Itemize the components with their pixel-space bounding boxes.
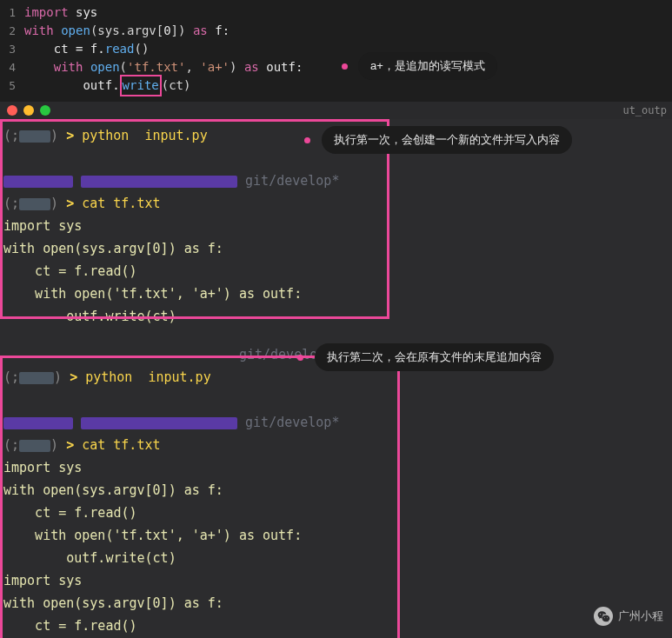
- line-number: 1: [0, 3, 16, 22]
- wechat-label: 广州小程: [618, 608, 663, 624]
- output-line: with open(sys.argv[0]) as f:: [0, 479, 672, 502]
- git-status-line: git/develop*: [0, 169, 672, 192]
- line-number: 2: [0, 22, 16, 40]
- annotation-bullet-1: [342, 63, 348, 70]
- git-status-line: git/develop*: [0, 411, 672, 434]
- output-line: import sys: [0, 215, 672, 237]
- output-line: with open(sys.argv[0]) as f:: [0, 237, 672, 260]
- prompt-line[interactable]: (;) > cat tf.txt: [0, 434, 672, 456]
- maximize-icon[interactable]: [40, 105, 50, 116]
- highlighted-method: write: [120, 75, 162, 96]
- window-title-fragment: ut_outp: [622, 104, 667, 116]
- annotation-second-run: 执行第二次，会在原有文件的末尾追加内容: [315, 343, 554, 371]
- code-content: with open(sys.argv[0]) as f:: [24, 22, 230, 40]
- annotation-first-run: 执行第一次，会创建一个新的文件并写入内容: [322, 126, 572, 154]
- annotation-append-mode: a+，是追加的读写模式: [358, 52, 497, 80]
- wechat-icon: [594, 607, 613, 626]
- output-line: with open(sys.argv[0]) as f:: [0, 592, 672, 615]
- window-titlebar: ut_outp: [0, 102, 672, 119]
- wechat-watermark: 广州小程: [594, 607, 663, 626]
- code-line[interactable]: 2with open(sys.argv[0]) as f:: [0, 22, 672, 40]
- output-line: import sys: [0, 569, 672, 592]
- output-line: with open('tf.txt', 'a+') as outf:: [0, 282, 672, 305]
- output-line: outf.write(ct): [0, 547, 672, 569]
- blank-line: [0, 389, 672, 411]
- line-number: 3: [0, 40, 16, 58]
- output-line: import sys: [0, 456, 672, 479]
- minimize-icon[interactable]: [23, 105, 34, 116]
- output-line: ct = f.read(): [0, 615, 672, 637]
- code-line[interactable]: 4 with open('tf.txt', 'a+') as outf:: [0, 58, 672, 76]
- output-line: ct = f.read(): [0, 502, 672, 524]
- code-line[interactable]: 5 outf.write(ct): [0, 76, 672, 95]
- annotation-bullet-3: [297, 355, 303, 361]
- code-content: outf.write(ct): [24, 76, 190, 95]
- code-content: ct = f.read(): [24, 40, 149, 58]
- annotation-bullet-2: [304, 137, 310, 143]
- output-line: outf.write(ct): [0, 305, 672, 328]
- output-line: with open('tf.txt', 'a+') as outf:: [0, 524, 672, 547]
- close-icon[interactable]: [7, 105, 17, 116]
- code-content: import sys: [24, 3, 97, 22]
- terminal-block-2: git/develop*(;) > python input.py git/de…: [0, 338, 672, 638]
- output-line: ct = f.read(): [0, 260, 672, 282]
- line-number: 4: [0, 58, 16, 76]
- code-line[interactable]: 1import sys: [0, 3, 672, 22]
- prompt-line[interactable]: (;) > cat tf.txt: [0, 192, 672, 215]
- editor-pane: 1import sys2with open(sys.argv[0]) as f:…: [0, 0, 672, 102]
- line-number: 5: [0, 76, 16, 95]
- code-line[interactable]: 3 ct = f.read(): [0, 40, 672, 58]
- code-content: with open('tf.txt', 'a+') as outf:: [24, 58, 303, 76]
